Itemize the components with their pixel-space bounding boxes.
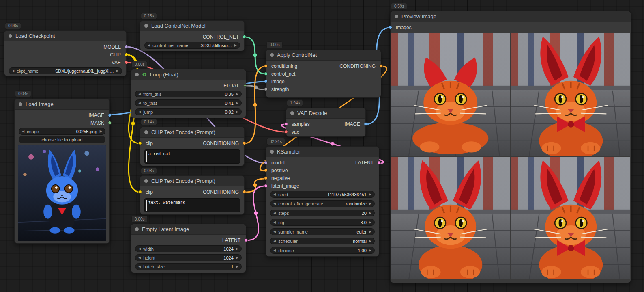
output-port-image[interactable]: [108, 113, 112, 117]
widget-jump[interactable]: ◀jump 0.02▶: [135, 108, 242, 115]
next-arrow-icon[interactable]: ▶: [236, 265, 238, 268]
node-header[interactable]: Load Checkpoint: [4, 31, 126, 41]
next-arrow-icon[interactable]: ▶: [369, 212, 371, 215]
next-arrow-icon[interactable]: ▶: [236, 110, 238, 114]
widget-width[interactable]: ◀width 1024▶: [135, 245, 242, 252]
prev-arrow-icon[interactable]: ◀: [273, 212, 276, 215]
node-ksampler[interactable]: KSampler model LATENT positive negative …: [266, 146, 379, 257]
preview-image-4[interactable]: [511, 157, 631, 279]
widget-from-this[interactable]: ◀from_this 0.35▶: [135, 91, 242, 97]
prev-arrow-icon[interactable]: ◀: [22, 130, 24, 133]
next-arrow-icon[interactable]: ▶: [369, 193, 371, 196]
prev-arrow-icon[interactable]: ◀: [273, 202, 276, 205]
input-port-clip[interactable]: [138, 141, 142, 145]
output-port-control-net[interactable]: [243, 35, 246, 39]
node-header[interactable]: Preview Image: [391, 11, 631, 22]
output-port-image[interactable]: [364, 122, 367, 126]
node-apply-controlnet[interactable]: Apply ControlNet conditioning CONDITIONI…: [266, 50, 381, 98]
node-header[interactable]: Load ControlNet Model: [140, 21, 244, 31]
widget-image-file[interactable]: ◀image 00255.png▶: [19, 128, 105, 135]
node-load-controlnet-model[interactable]: Load ControlNet Model CONTROL_NET ◀contr…: [140, 20, 245, 51]
output-port-conditioning[interactable]: [243, 190, 246, 194]
node-clip-text-encode-positive[interactable]: CLIP Text Encode (Prompt) clip CONDITION…: [140, 127, 245, 166]
node-preview-image[interactable]: Preview Image images: [390, 11, 631, 283]
node-header[interactable]: ♻ Loop (Float): [131, 69, 246, 80]
widget-ckpt-name[interactable]: ◀ckpt_name SDXL/juggernautXL_juggXl…▶: [9, 67, 122, 74]
next-arrow-icon[interactable]: ▶: [236, 256, 238, 260]
prev-arrow-icon[interactable]: ◀: [148, 44, 150, 47]
node-header[interactable]: CLIP Text Encode (Prompt): [140, 127, 244, 138]
widget-control-net-name[interactable]: ◀control_net_name SDXL/diffusio…▶: [144, 42, 240, 49]
output-port-clip[interactable]: [125, 53, 128, 56]
output-port-model[interactable]: [125, 45, 128, 49]
prev-arrow-icon[interactable]: ◀: [273, 249, 276, 252]
widget-steps[interactable]: ◀steps 20▶: [270, 210, 375, 216]
node-header[interactable]: Apply ControlNet: [266, 50, 381, 61]
input-port-image[interactable]: [264, 80, 268, 83]
next-arrow-icon[interactable]: ▶: [234, 44, 237, 47]
next-arrow-icon[interactable]: ▶: [369, 202, 371, 205]
widget-cfg[interactable]: ◀cfg 8.0▶: [270, 219, 375, 226]
next-arrow-icon[interactable]: ▶: [116, 69, 119, 73]
node-header[interactable]: CLIP Text Encode (Prompt): [140, 176, 244, 186]
input-port-vae[interactable]: [284, 130, 288, 134]
input-port-clip[interactable]: [138, 190, 142, 194]
widget-denoise[interactable]: ◀denoise 1.00▶: [270, 247, 375, 254]
preview-image-2[interactable]: [511, 33, 631, 156]
next-arrow-icon[interactable]: ▶: [236, 93, 238, 96]
next-arrow-icon[interactable]: ▶: [236, 102, 238, 105]
input-port-latent-image[interactable]: [264, 184, 268, 188]
prev-arrow-icon[interactable]: ◀: [138, 247, 141, 251]
prev-arrow-icon[interactable]: ◀: [12, 69, 14, 73]
node-load-image[interactable]: Load Image IMAGE MASK ◀image 00255.png▶ …: [14, 99, 110, 244]
next-arrow-icon[interactable]: ▶: [236, 247, 238, 251]
output-port-mask[interactable]: [108, 121, 112, 125]
prompt-text-input[interactable]: a red cat: [144, 149, 240, 164]
node-vae-decode[interactable]: VAE Decode samples IMAGE vae: [286, 108, 366, 137]
node-empty-latent-image[interactable]: Empty Latent Image LATENT ◀width 1024▶ ◀…: [131, 224, 246, 273]
node-loop-float[interactable]: ♻ Loop (Float) FLOAT ◀from_this 0.35▶ ◀t…: [131, 69, 246, 118]
prev-arrow-icon[interactable]: ◀: [138, 256, 141, 260]
widget-to-that[interactable]: ◀to_that 0.41▶: [135, 99, 242, 106]
output-port-conditioning[interactable]: [379, 64, 383, 68]
prev-arrow-icon[interactable]: ◀: [138, 102, 141, 105]
collapse-dot-icon[interactable]: [9, 34, 12, 38]
input-port-conditioning[interactable]: [264, 64, 268, 68]
prev-arrow-icon[interactable]: ◀: [138, 93, 141, 96]
input-port-model[interactable]: [264, 161, 268, 164]
preview-image-3[interactable]: [391, 157, 510, 279]
next-arrow-icon[interactable]: ▶: [100, 130, 102, 133]
loaded-image-preview[interactable]: [18, 145, 106, 241]
widget-sampler-name[interactable]: ◀sampler_name euler▶: [270, 228, 375, 235]
prev-arrow-icon[interactable]: ◀: [138, 265, 141, 268]
collapse-dot-icon[interactable]: [144, 179, 148, 183]
node-header[interactable]: KSampler: [266, 147, 379, 157]
node-graph-canvas[interactable]: 0.98s 0.04s 0.25s 0.00s 0.14s 0.03s 0.00…: [0, 0, 644, 292]
grid-icon[interactable]: [243, 83, 248, 88]
prev-arrow-icon[interactable]: ◀: [138, 110, 141, 114]
collapse-dot-icon[interactable]: [144, 130, 148, 134]
prev-arrow-icon[interactable]: ◀: [273, 221, 276, 224]
preview-image-1[interactable]: [391, 33, 510, 156]
node-load-checkpoint[interactable]: Load Checkpoint MODEL CLIP VAE ◀ckpt_nam…: [4, 30, 127, 76]
prompt-text-input[interactable]: text, watermark: [144, 198, 240, 212]
input-port-control-net[interactable]: [264, 72, 268, 76]
widget-seed[interactable]: ◀seed 1119775536436451▶: [270, 191, 375, 198]
widget-height[interactable]: ◀height 1024▶: [135, 254, 242, 261]
output-port-latent[interactable]: [377, 161, 381, 164]
prev-arrow-icon[interactable]: ◀: [273, 230, 276, 234]
collapse-dot-icon[interactable]: [290, 111, 294, 115]
node-header[interactable]: VAE Decode: [286, 108, 365, 119]
node-header[interactable]: Empty Latent Image: [131, 224, 246, 235]
collapse-dot-icon[interactable]: [395, 15, 398, 18]
output-port-conditioning[interactable]: [243, 141, 246, 145]
prev-arrow-icon[interactable]: ◀: [273, 193, 276, 196]
output-port-latent[interactable]: [244, 238, 248, 242]
collapse-dot-icon[interactable]: [135, 73, 139, 76]
widget-batch-size[interactable]: ◀batch_size 1▶: [135, 263, 242, 270]
collapse-dot-icon[interactable]: [270, 53, 274, 57]
widget-scheduler[interactable]: ◀scheduler normal▶: [270, 238, 375, 244]
input-port-images[interactable]: [389, 26, 392, 29]
input-port-strength[interactable]: [264, 87, 268, 91]
collapse-dot-icon[interactable]: [135, 227, 139, 231]
